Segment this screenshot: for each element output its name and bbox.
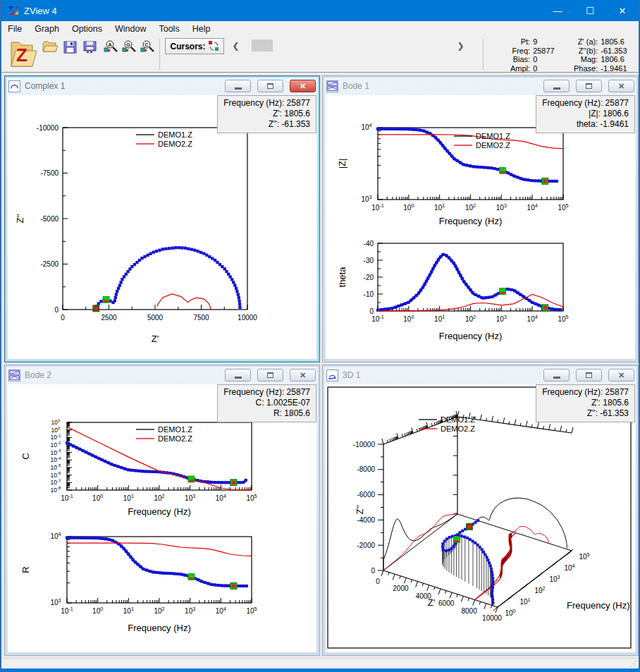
svg-text:100: 100: [505, 608, 515, 617]
maximize-button[interactable]: ☐: [574, 0, 606, 21]
svg-text:R: R: [20, 566, 31, 573]
svg-text:105: 105: [558, 314, 568, 323]
status-label: Ampl:: [510, 64, 530, 73]
bode1-cursor-infobox: Frequency (Hz): 25877|Z|: 1806.6theta: -…: [536, 95, 635, 133]
svg-text:8000: 8000: [461, 607, 477, 615]
zoom-graph-button[interactable]: G: [120, 39, 138, 55]
child-minimize-button[interactable]: [543, 80, 570, 92]
bode1-theta-chart[interactable]: 10-11001011021031041050-10-20-30-40Frequ…: [326, 95, 636, 360]
cursors-button[interactable]: Cursors:: [165, 38, 224, 54]
save-button[interactable]: [61, 39, 79, 55]
open-file-button[interactable]: [41, 39, 59, 55]
svg-text:102: 102: [154, 606, 164, 615]
svg-text:10-1: 10-1: [61, 606, 73, 615]
child-close-button[interactable]: ✕: [290, 80, 316, 92]
window-title: Bode 1: [343, 81, 537, 91]
threed-chart[interactable]: 0-2000-4000-6000-8000-100000200040006000…: [326, 384, 636, 654]
svg-text:DEMO1.Z: DEMO1.Z: [158, 130, 192, 139]
window-bode-2[interactable]: Bode 2 ✕ 10-110010110210310410510-810-71…: [4, 365, 320, 656]
info-line: Frequency (Hz): 25877: [223, 387, 310, 398]
window-bode-1[interactable]: Bode 1 ✕ 10-1100101102103104105103104Fre…: [322, 75, 639, 362]
bode2-titlebar[interactable]: Bode 2 ✕: [7, 367, 317, 384]
svg-text:Z'': Z'': [355, 506, 365, 515]
info-line: R: 1805.6: [223, 408, 310, 419]
info-line: Z': 1805.6: [542, 398, 629, 408]
info-line: Frequency (Hz): 25877: [223, 98, 310, 109]
status-label: Bias:: [510, 55, 530, 64]
app-title: ZView 4: [24, 6, 57, 16]
svg-text:theta: theta: [337, 267, 347, 288]
svg-text:-7500: -7500: [40, 169, 59, 177]
svg-text:5000: 5000: [147, 314, 164, 322]
info-line: Frequency (Hz): 25877: [542, 98, 629, 109]
zview-logo-icon[interactable]: Z: [8, 38, 37, 71]
bode-plot-icon: [326, 80, 338, 92]
scroll-right-arrow[interactable]: ❯: [455, 39, 467, 52]
svg-text:103: 103: [496, 314, 507, 323]
threed-plot-icon: [326, 369, 338, 381]
menu-help[interactable]: Help: [186, 23, 217, 35]
menu-graph[interactable]: Graph: [28, 23, 66, 35]
svg-text:0: 0: [371, 567, 375, 575]
child-minimize-button[interactable]: [225, 80, 251, 92]
child-close-button[interactable]: ✕: [608, 369, 634, 381]
scrollbar-thumb[interactable]: [252, 39, 273, 51]
svg-text:103: 103: [549, 574, 560, 583]
window-3d-1[interactable]: 3D 1 ✕ 0-2000-4000-6000-8000-10000020004…: [322, 365, 639, 656]
minimize-button[interactable]: —: [541, 0, 574, 21]
child-minimize-button[interactable]: [225, 369, 251, 381]
close-button[interactable]: ✕: [606, 0, 639, 21]
svg-text:Frequency (Hz): Frequency (Hz): [439, 331, 503, 341]
child-minimize-button[interactable]: [543, 369, 570, 381]
svg-text:0: 0: [54, 306, 59, 314]
zoom-cursor-button[interactable]: C: [138, 39, 156, 55]
svg-text:DEMO1.Z: DEMO1.Z: [441, 415, 475, 424]
child-close-button[interactable]: ✕: [608, 80, 634, 92]
statusbar: ⋰: [1, 658, 639, 668]
cursor-status-col2: Z' (a):1805.6Z''(b):-61.353Mag:1806.6Pha…: [574, 37, 627, 73]
svg-text:100: 100: [92, 606, 103, 615]
complex1-titlebar[interactable]: Complex 1 ✕: [7, 78, 317, 94]
child-restore-button[interactable]: [257, 369, 283, 381]
status-value: 9: [533, 37, 555, 47]
window-title: Bode 2: [25, 370, 219, 380]
app-icon: [7, 4, 20, 17]
menu-window[interactable]: Window: [109, 23, 152, 35]
menu-tools[interactable]: Tools: [152, 23, 185, 35]
window-title: Complex 1: [25, 81, 219, 91]
svg-text:10000: 10000: [238, 314, 257, 322]
bode2-content: 10-110010110210310410510-810-710-610-510…: [8, 384, 316, 652]
cursor-status-col1: Pt:9Freq:25877Bias:0Ampl:0: [510, 37, 555, 73]
svg-text:10000: 10000: [482, 614, 502, 622]
svg-text:-2500: -2500: [40, 260, 59, 268]
svg-text:103: 103: [185, 606, 195, 615]
svg-text:-20: -20: [364, 274, 374, 281]
child-restore-button[interactable]: [257, 80, 283, 92]
svg-text:102: 102: [534, 585, 545, 594]
zview-app-window: ZView 4 — ☐ ✕ FileGraphOptionsWindowTool…: [0, 0, 640, 672]
svg-text:-10000: -10000: [353, 441, 376, 448]
complex1-chart[interactable]: 0250050007500100000-2500-5000-7500-10000…: [8, 95, 318, 360]
file-scrollbar[interactable]: ❮ ❯: [230, 39, 467, 52]
svg-text:Frequency (Hz): Frequency (Hz): [567, 600, 630, 611]
app-titlebar[interactable]: ZView 4 — ☐ ✕: [1, 0, 639, 21]
bode2-cursor-infobox: Frequency (Hz): 25877C: 1.0025E-07R: 180…: [217, 384, 316, 422]
menu-file[interactable]: File: [1, 23, 28, 35]
save-as-button[interactable]: [80, 39, 99, 55]
child-restore-button[interactable]: [576, 369, 602, 381]
svg-text:102: 102: [465, 314, 476, 323]
child-close-button[interactable]: ✕: [290, 369, 316, 381]
scroll-left-arrow[interactable]: ❮: [230, 39, 242, 52]
resize-grip[interactable]: ⋰: [630, 660, 637, 668]
svg-text:Z': Z': [428, 597, 435, 608]
zoom-active-button[interactable]: A: [101, 39, 120, 55]
child-restore-button[interactable]: [576, 80, 602, 92]
info-line: Z': 1805.6: [223, 109, 310, 119]
bode2-r-chart[interactable]: 10-1100101102103104105103104Frequency (H…: [8, 384, 318, 654]
menu-options[interactable]: Options: [66, 23, 109, 35]
info-line: C: 1.0025E-07: [223, 398, 310, 408]
threed-titlebar[interactable]: 3D 1 ✕: [325, 367, 636, 384]
window-complex-1[interactable]: Complex 1 ✕ 0250050007500100000-2500-500…: [4, 75, 320, 362]
bode1-titlebar[interactable]: Bode 1 ✕: [325, 78, 636, 94]
status-value: 1806.6: [601, 55, 627, 64]
